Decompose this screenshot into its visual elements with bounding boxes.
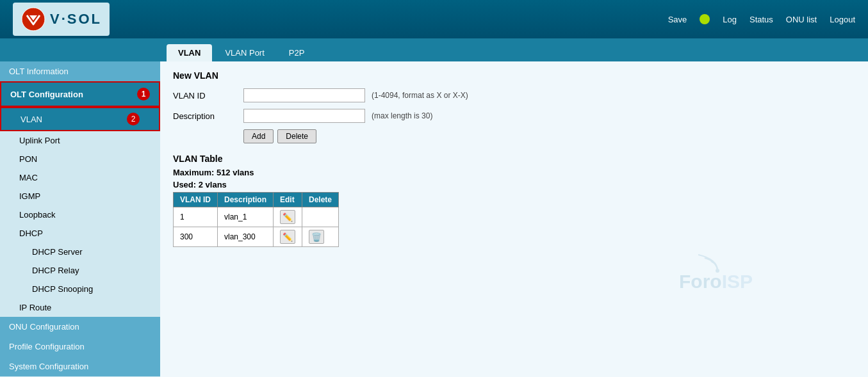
save-button[interactable]: Save: [668, 15, 687, 24]
header-right: Save Log Status ONU list Logout: [668, 14, 855, 24]
tab-vlan[interactable]: VLAN: [167, 44, 212, 61]
delete-row-button[interactable]: 🗑️: [309, 230, 324, 244]
watermark-icon: [698, 252, 737, 277]
edit-button[interactable]: ✏️: [280, 210, 295, 224]
sidebar-item-dhcp-server[interactable]: DHCP Server: [0, 243, 160, 261]
log-link[interactable]: Log: [723, 15, 737, 24]
sidebar-item-loopback[interactable]: Loopback: [0, 205, 160, 224]
vlan-edit-cell: ✏️: [274, 227, 302, 247]
vlan-id-input[interactable]: [243, 88, 365, 102]
vlan-id-cell: 300: [174, 227, 218, 247]
tab-p2p[interactable]: P2P: [277, 44, 316, 61]
tab-bar: VLAN VLAN Port P2P: [0, 38, 868, 61]
vlan-delete-cell: [302, 207, 339, 227]
sidebar-item-vlan[interactable]: VLAN 2: [0, 107, 160, 131]
used-vlans-info: Used: 2 vlans: [173, 180, 855, 189]
vlan-desc-cell: vlan_1: [218, 207, 274, 227]
onu-list-link[interactable]: ONU list: [786, 15, 817, 24]
vlan-table: VLAN ID Description Edit Delete 1vlan_1✏…: [173, 192, 339, 247]
content-area: ForoISP New VLAN VLAN ID (1-4094, format…: [160, 61, 868, 377]
sidebar-item-igmp[interactable]: IGMP: [0, 187, 160, 205]
col-delete: Delete: [302, 193, 339, 207]
olt-config-badge: 1: [137, 88, 150, 100]
col-description: Description: [218, 193, 274, 207]
sidebar: OLT Information OLT Configuration 1 VLAN…: [0, 61, 160, 377]
logo-text: V·SOL: [50, 11, 102, 28]
sidebar-item-dhcp[interactable]: DHCP: [0, 224, 160, 243]
new-vlan-title: New VLAN: [173, 70, 855, 81]
vlan-id-row: VLAN ID (1-4094, format as X or X-X): [173, 88, 855, 102]
edit-button[interactable]: ✏️: [280, 230, 295, 244]
sidebar-item-mac[interactable]: MAC: [0, 168, 160, 187]
description-label: Description: [173, 111, 237, 121]
col-edit: Edit: [274, 193, 302, 207]
sidebar-item-system-config[interactable]: System Configuration: [0, 357, 160, 376]
add-button[interactable]: Add: [243, 129, 274, 143]
sidebar-item-onu-config[interactable]: ONU Configuration: [0, 317, 160, 337]
description-row: Description (max length is 30): [173, 109, 855, 123]
max-vlans-info: Maximum: 512 vlans: [173, 168, 855, 177]
sidebar-item-olt-config[interactable]: OLT Configuration 1: [0, 81, 160, 107]
vlan-desc-cell: vlan_300: [218, 227, 274, 247]
vlan-id-hint: (1-4094, format as X or X-X): [372, 91, 468, 100]
vlan-delete-cell: 🗑️: [302, 227, 339, 247]
vlan-id-cell: 1: [174, 207, 218, 227]
description-input[interactable]: [243, 109, 365, 123]
sidebar-item-dhcp-relay[interactable]: DHCP Relay: [0, 261, 160, 280]
description-hint: (max length is 30): [372, 111, 432, 120]
sidebar-item-ip-route[interactable]: IP Route: [0, 298, 160, 317]
logo-icon: [20, 6, 46, 32]
form-buttons: Add Delete: [243, 129, 855, 143]
main: OLT Information OLT Configuration 1 VLAN…: [0, 61, 868, 377]
logo-area: V·SOL: [13, 3, 110, 36]
status-indicator: [700, 14, 710, 24]
vlan-id-label: VLAN ID: [173, 91, 237, 100]
delete-button[interactable]: Delete: [277, 129, 316, 143]
logout-link[interactable]: Logout: [830, 15, 855, 24]
vlan-badge: 2: [127, 113, 140, 125]
table-row: 1vlan_1✏️: [174, 207, 339, 227]
vlan-edit-cell: ✏️: [274, 207, 302, 227]
svg-point-1: [716, 269, 719, 273]
sidebar-item-olt-info[interactable]: OLT Information: [0, 61, 160, 81]
header: V·SOL Save Log Status ONU list Logout: [0, 0, 868, 38]
sidebar-item-dhcp-snooping[interactable]: DHCP Snooping: [0, 280, 160, 298]
sidebar-item-pon[interactable]: PON: [0, 150, 160, 168]
vlan-table-title: VLAN Table: [173, 154, 855, 164]
sidebar-item-profile-config[interactable]: Profile Configuration: [0, 337, 160, 357]
status-link[interactable]: Status: [749, 15, 773, 24]
col-vlan-id: VLAN ID: [174, 193, 218, 207]
table-row: 300vlan_300✏️🗑️: [174, 227, 339, 247]
sidebar-item-uplink-port[interactable]: Uplink Port: [0, 131, 160, 150]
tab-vlan-port[interactable]: VLAN Port: [213, 44, 275, 61]
